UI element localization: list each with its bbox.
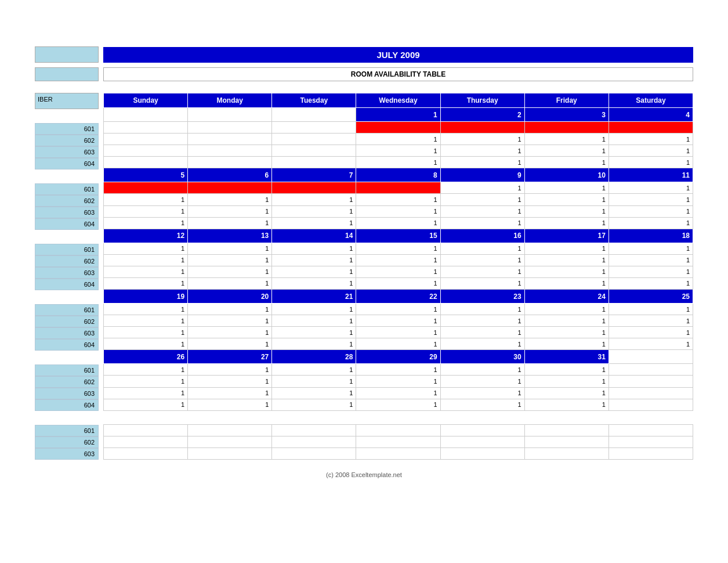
- sidebar-room-3-603: 603: [35, 327, 99, 339]
- extra-date-row: [104, 410, 693, 424]
- date-cell-3-3: 22: [356, 289, 440, 303]
- date-cell-0-2: [272, 108, 356, 122]
- date-cell-2-6: 18: [609, 229, 693, 243]
- room-cell-1-604-2: 1: [272, 217, 356, 229]
- room-cell-4-602-3: 1: [356, 376, 440, 387]
- room-row-4-603: 111111: [104, 387, 693, 399]
- date-cell-1-6: 11: [609, 168, 693, 182]
- room-cell-3-602-0: 1: [104, 315, 188, 327]
- room-cell-3-601-4: 1: [440, 304, 524, 315]
- sidebar-week-spacer-3: [35, 290, 99, 304]
- room-row-0-602: 1111: [104, 133, 693, 145]
- sidebar-week-spacer-2: [35, 230, 99, 244]
- room-cell-2-604-5: 1: [524, 277, 609, 289]
- room-row-4-602: 111111: [104, 376, 693, 387]
- date-cell-1-2: 7: [272, 168, 356, 182]
- room-cell-2-602-4: 1: [440, 254, 524, 266]
- room-cell-1-602-0: 1: [104, 194, 188, 205]
- room-row-1-601: 111: [104, 182, 693, 194]
- room-cell-1-601-6: 1: [609, 182, 693, 194]
- room-cell-4-602-4: 1: [440, 376, 524, 387]
- room-cell-0-602-3: 1: [356, 133, 440, 145]
- room-cell-2-601-5: 1: [524, 243, 609, 254]
- room-cell-4-604-5: 1: [524, 399, 609, 410]
- room-row-3-604: 1111111: [104, 338, 693, 350]
- room-cell-0-601-1: [188, 122, 272, 133]
- main-content: IBER 60160260360460160260360460160260360…: [35, 93, 693, 460]
- date-cell-1-0: 5: [104, 168, 188, 182]
- room-cell-0-603-2: [272, 145, 356, 157]
- room-cell-1-603-4: 1: [440, 205, 524, 217]
- room-cell-0-603-3: 1: [356, 145, 440, 157]
- room-cell-1-604-0: 1: [104, 217, 188, 229]
- room-cell-0-601-6: [609, 122, 693, 133]
- date-cell-4-6: [609, 350, 693, 364]
- room-cell-1-603-1: 1: [188, 205, 272, 217]
- sidebar-week-spacer-4: [35, 351, 99, 364]
- sidebar-room-3-602: 602: [35, 316, 99, 327]
- extra-room-row-603: [104, 447, 693, 459]
- sidebar-weeks: 6016026036046016026036046016026036046016…: [35, 109, 99, 411]
- room-cell-4-602-6: [609, 376, 693, 387]
- extra-spacer: [35, 411, 99, 425]
- room-row-2-602: 1111111: [104, 254, 693, 266]
- room-cell-0-603-1: [188, 145, 272, 157]
- room-cell-3-603-0: 1: [104, 327, 188, 338]
- calendar-body: 1234111111111111567891011111111111111111…: [104, 108, 693, 460]
- day-header-wednesday: Wednesday: [356, 93, 440, 108]
- extra-room-cell-602-4: [440, 436, 524, 447]
- room-cell-1-604-6: 1: [609, 217, 693, 229]
- date-cell-0-6: 4: [609, 108, 693, 122]
- room-cell-4-601-0: 1: [104, 364, 188, 376]
- extra-date-cell-1: [188, 410, 272, 424]
- extra-room-cell-601-1: [188, 424, 272, 436]
- room-cell-3-601-1: 1: [188, 304, 272, 315]
- sidebar-room-3-604: 604: [35, 339, 99, 351]
- room-cell-3-604-5: 1: [524, 338, 609, 350]
- room-row-2-601: 1111111: [104, 243, 693, 254]
- date-row-week-0: 1234: [104, 108, 693, 122]
- date-row-week-3: 19202122232425: [104, 289, 693, 303]
- room-cell-3-603-1: 1: [188, 327, 272, 338]
- extra-room-cell-603-6: [609, 447, 693, 459]
- day-header-saturday: Saturday: [609, 93, 693, 108]
- sidebar-room-2-604: 604: [35, 279, 99, 290]
- date-cell-2-5: 17: [524, 229, 609, 243]
- sidebar-room-1-601: 601: [35, 183, 99, 195]
- room-cell-1-602-3: 1: [356, 194, 440, 205]
- room-cell-0-602-1: [188, 133, 272, 145]
- sidebar-room-4-603: 603: [35, 388, 99, 399]
- room-cell-0-604-3: 1: [356, 157, 440, 168]
- room-cell-4-603-5: 1: [524, 387, 609, 399]
- room-row-0-603: 1111: [104, 145, 693, 157]
- extra-room-cell-602-1: [188, 436, 272, 447]
- room-row-2-604: 1111111: [104, 277, 693, 289]
- date-cell-2-3: 15: [356, 229, 440, 243]
- room-cell-3-604-2: 1: [272, 338, 356, 350]
- room-cell-4-603-4: 1: [440, 387, 524, 399]
- room-cell-1-603-5: 1: [524, 205, 609, 217]
- sidebar-extra-room-603: 603: [35, 448, 99, 460]
- extra-room-row-601: [104, 424, 693, 436]
- room-cell-4-601-4: 1: [440, 364, 524, 376]
- extra-room-cell-601-2: [272, 424, 356, 436]
- room-cell-1-602-5: 1: [524, 194, 609, 205]
- room-cell-1-604-5: 1: [524, 217, 609, 229]
- room-cell-4-601-1: 1: [188, 364, 272, 376]
- title-box: JULY 2009: [103, 47, 693, 63]
- sidebar-week-spacer-0: [35, 109, 99, 123]
- room-cell-1-603-0: 1: [104, 205, 188, 217]
- room-cell-4-603-6: [609, 387, 693, 399]
- sidebar-room-4-602: 602: [35, 376, 99, 388]
- sidebar-room-0-604: 604: [35, 158, 99, 169]
- room-cell-2-601-4: 1: [440, 243, 524, 254]
- room-row-3-603: 1111111: [104, 327, 693, 338]
- room-cell-2-602-1: 1: [188, 254, 272, 266]
- room-cell-2-602-3: 1: [356, 254, 440, 266]
- room-cell-2-604-6: 1: [609, 277, 693, 289]
- room-cell-2-601-1: 1: [188, 243, 272, 254]
- sidebar-extra-room-602: 602: [35, 436, 99, 448]
- sidebar-room-4-601: 601: [35, 364, 99, 376]
- date-cell-0-3: 1: [356, 108, 440, 122]
- date-cell-4-3: 29: [356, 350, 440, 364]
